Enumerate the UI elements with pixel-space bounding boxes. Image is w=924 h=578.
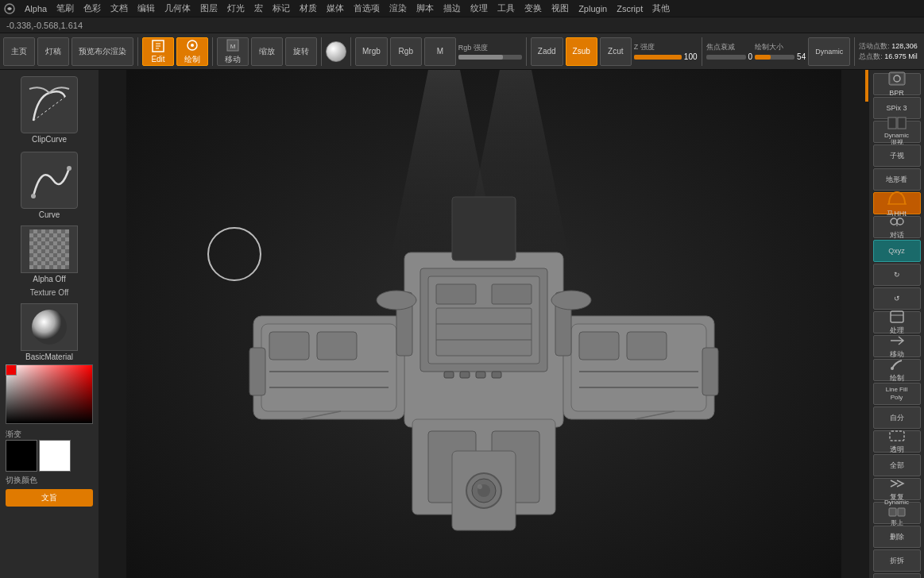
menu-geometry[interactable]: 几何体 bbox=[160, 1, 195, 16]
rgb-label: Rgb 强度 bbox=[458, 43, 488, 53]
menu-stroke[interactable]: 描边 bbox=[439, 1, 465, 16]
tab-home[interactable]: 主页 bbox=[3, 37, 35, 66]
menu-document[interactable]: 文档 bbox=[106, 1, 132, 16]
scale-button[interactable]: 缩放 bbox=[251, 37, 283, 66]
process-button[interactable]: 处理 bbox=[873, 311, 921, 333]
dynamic-view-button[interactable]: Dynamic 混视 bbox=[873, 121, 921, 143]
qxyz-button[interactable]: Qxyz bbox=[873, 240, 921, 262]
menu-transform[interactable]: 变换 bbox=[520, 1, 546, 16]
menu-texture[interactable]: 纹理 bbox=[466, 1, 492, 16]
rgb-button[interactable]: Rgb bbox=[390, 37, 422, 66]
svg-point-53 bbox=[377, 291, 416, 310]
svg-rect-30 bbox=[317, 332, 357, 360]
ma-hht-button[interactable]: 马HHt bbox=[873, 192, 921, 214]
linefill-label: Line Fill Poly bbox=[886, 386, 908, 401]
curve-brush[interactable]: Curve bbox=[6, 148, 93, 222]
color-picker-box[interactable] bbox=[6, 364, 93, 424]
repeat1-button[interactable]: 复复 bbox=[873, 478, 921, 500]
zadd-button[interactable]: Zadd bbox=[531, 37, 563, 66]
bottom-action-button[interactable]: 文旨 bbox=[6, 489, 93, 507]
transparent-icon bbox=[887, 429, 907, 445]
curve-label: Curve bbox=[39, 210, 60, 219]
tab-lighting[interactable]: 灯稿 bbox=[37, 37, 69, 66]
menu-view[interactable]: 视图 bbox=[547, 1, 573, 16]
linefill-button[interactable]: Line Fill Poly bbox=[873, 383, 921, 405]
menu-macro[interactable]: 宏 bbox=[250, 1, 267, 16]
menu-layer[interactable]: 图层 bbox=[196, 1, 222, 16]
focal-slider[interactable] bbox=[706, 55, 746, 60]
menu-light[interactable]: 灯光 bbox=[223, 1, 249, 16]
all-button[interactable]: 全部 bbox=[873, 454, 921, 476]
swatch-white[interactable] bbox=[39, 440, 71, 472]
color-indicator[interactable] bbox=[6, 364, 17, 376]
paint-button[interactable]: 绘制 bbox=[873, 359, 921, 381]
svg-point-50 bbox=[477, 484, 482, 489]
rgb-intensity-slider[interactable] bbox=[458, 55, 522, 60]
rotate-ccw-button[interactable]: ↺ bbox=[873, 287, 921, 310]
delete-button[interactable]: 删除 bbox=[873, 526, 921, 548]
toolbar: 主页 灯稿 预览布尔渲染 Edit 绘制 M 移动 bbox=[0, 33, 924, 70]
svg-rect-24 bbox=[436, 308, 532, 356]
m-button[interactable]: M bbox=[424, 37, 456, 66]
menu-material[interactable]: 材质 bbox=[296, 1, 321, 16]
alpha-preview[interactable] bbox=[21, 225, 78, 273]
spix-button[interactable]: SPix 3 bbox=[873, 97, 921, 119]
dynamic-icon bbox=[887, 117, 907, 132]
stroke-type-button[interactable]: M 移动 bbox=[217, 37, 249, 66]
app-logo bbox=[3, 2, 16, 15]
total-points-label: 总点数: bbox=[859, 52, 883, 60]
menu-script[interactable]: 脚本 bbox=[412, 1, 438, 16]
terrain-button[interactable]: 地形看 bbox=[873, 168, 921, 191]
sep2 bbox=[212, 37, 213, 66]
fold-button[interactable]: 折拆 bbox=[873, 549, 921, 572]
menu-color[interactable]: 色彩 bbox=[79, 1, 105, 16]
menu-tool[interactable]: 工具 bbox=[493, 1, 519, 16]
zsub-button[interactable]: Zsub bbox=[566, 37, 597, 66]
swatch-black[interactable] bbox=[6, 440, 37, 472]
menu-zscript[interactable]: Zscript bbox=[613, 2, 647, 15]
color-dot[interactable] bbox=[326, 41, 346, 62]
menu-preferences[interactable]: 首选项 bbox=[350, 1, 384, 16]
zcut-button[interactable]: Zcut bbox=[600, 37, 632, 66]
menu-edit[interactable]: 编辑 bbox=[133, 1, 159, 16]
z-intensity-slider[interactable] bbox=[634, 55, 682, 60]
ma-icon bbox=[885, 188, 909, 210]
menu-render[interactable]: 渲染 bbox=[385, 1, 411, 16]
delete-label: 删除 bbox=[890, 533, 904, 541]
auto-div-button[interactable]: 自分 bbox=[873, 407, 921, 429]
viewport[interactable] bbox=[99, 70, 868, 578]
active-points-value: 128,306 bbox=[891, 42, 918, 50]
draw-size-slider[interactable] bbox=[755, 55, 794, 60]
stroke-icon: M bbox=[226, 38, 240, 54]
z-intensity-label: Z 强度 bbox=[634, 42, 655, 52]
material-preview[interactable] bbox=[21, 303, 78, 351]
tab-preview-boolean[interactable]: 预览布尔渲染 bbox=[72, 37, 133, 66]
draw-button[interactable]: 绘制 bbox=[176, 37, 208, 66]
top-menu-bar: Alpha 笔刷 色彩 文档 编辑 几何体 图层 灯光 宏 标记 材质 媒体 首… bbox=[0, 0, 924, 17]
svg-point-72 bbox=[891, 367, 894, 370]
mrgb-button[interactable]: Mrgb bbox=[355, 37, 388, 66]
menu-zplugin[interactable]: Zplugin bbox=[574, 2, 611, 15]
draw-size-fill bbox=[755, 55, 771, 60]
menu-marker[interactable]: 标记 bbox=[269, 1, 294, 16]
edit-button[interactable]: Edit bbox=[142, 37, 174, 66]
bpr-button[interactable]: BPR bbox=[873, 73, 921, 95]
svg-point-54 bbox=[551, 291, 591, 310]
menu-brush[interactable]: 笔刷 bbox=[52, 1, 78, 16]
repeat1-icon bbox=[887, 476, 907, 493]
dynamic-button[interactable]: Dynamic bbox=[808, 37, 850, 66]
move-right-button[interactable]: 移动 bbox=[873, 335, 921, 357]
canvas-area[interactable] bbox=[99, 70, 868, 578]
menu-other[interactable]: 其他 bbox=[648, 1, 674, 16]
clipcurve-brush[interactable]: ClipCurve bbox=[6, 73, 93, 147]
sub-view-button[interactable]: 子视 bbox=[873, 144, 921, 167]
dynamic2-button[interactable]: Dynamic 形上 bbox=[873, 502, 921, 524]
transparent-button[interactable]: 透明 bbox=[873, 430, 921, 453]
menu-media[interactable]: 媒体 bbox=[323, 1, 348, 16]
dialog-button[interactable]: 对话 bbox=[873, 216, 921, 238]
rotate-button[interactable]: 旋转 bbox=[285, 37, 317, 66]
xpose-button[interactable]: Xpose bbox=[873, 573, 921, 578]
rotate-cw-button[interactable]: ↻ bbox=[873, 264, 921, 286]
svg-point-9 bbox=[67, 166, 72, 171]
menu-alpha[interactable]: Alpha bbox=[21, 2, 51, 15]
